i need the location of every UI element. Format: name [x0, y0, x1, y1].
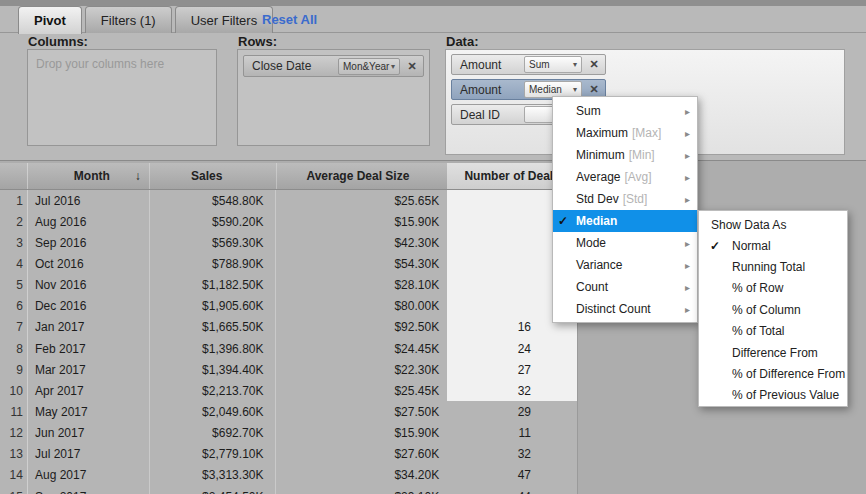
field-name: Amount	[452, 83, 524, 97]
number-of-deals-cell: 24	[447, 338, 577, 359]
menu-item-label: Std Dev	[576, 192, 619, 206]
show-data-as-option[interactable]: ✓ % of Row	[699, 278, 847, 299]
table-row[interactable]: 10 Apr 2017 $2,213.70K $25.45K 32	[0, 380, 577, 401]
row-number-cell: 11	[0, 401, 28, 422]
aggregation-menu-item[interactable]: ✓ Variance ▸	[553, 254, 697, 276]
month-cell: Jun 2017	[28, 423, 150, 444]
table-row[interactable]: 8 Feb 2017 $1,396.80K $24.45K 24	[0, 338, 577, 359]
table-row[interactable]: 12 Jun 2017 $692.70K $15.90K 11	[0, 423, 577, 444]
row-number-cell: 2	[0, 211, 28, 232]
tab[interactable]: User Filters	[175, 6, 273, 33]
tab[interactable]: Filters (1)	[85, 6, 172, 33]
tab-bar: Pivot Filters (1) User Filters	[18, 6, 273, 34]
remove-field-icon[interactable]: ✕	[586, 83, 602, 96]
avg-deal-size-cell: $28.10K	[276, 275, 447, 296]
table-row[interactable]: 14 Aug 2017 $3,313.30K $34.20K 47	[0, 465, 577, 486]
row-field-pill[interactable]: Close Date Mon&Year ▾ ✕	[243, 55, 424, 77]
avg-deal-size-cell: $27.50K	[276, 401, 447, 422]
show-data-as-option[interactable]: ✓ Difference From	[699, 342, 847, 363]
submenu-arrow-icon: ▸	[685, 128, 690, 139]
avg-deal-size-cell: $15.90K	[276, 211, 447, 232]
aggregation-menu-item[interactable]: ✓ Maximum [Max] ▸	[553, 122, 697, 144]
rows-dropzone[interactable]: Close Date Mon&Year ▾ ✕	[237, 49, 430, 146]
pivot-table: Month ↓ Sales Average Deal Size Number o…	[0, 163, 578, 494]
option-label: Running Total	[732, 260, 805, 274]
table-row[interactable]: 15 Sep 2017 $2,454.50K $29.10K 44	[0, 486, 577, 494]
reset-all-link[interactable]: Reset All	[262, 12, 317, 27]
submenu-arrow-icon: ▸	[685, 172, 690, 183]
remove-field-icon[interactable]: ✕	[586, 58, 602, 71]
tab[interactable]: Pivot	[18, 6, 82, 34]
row-number-cell: 1	[0, 190, 28, 211]
aggregation-menu-item[interactable]: ✓ Median ▸	[553, 210, 697, 232]
columns-dropzone[interactable]: Drop your columns here	[27, 49, 217, 146]
sales-cell: $1,665.50K	[150, 317, 277, 338]
avg-deal-size-cell: $24.45K	[276, 338, 447, 359]
data-label: Data:	[446, 34, 479, 49]
option-label: Difference From	[732, 346, 818, 360]
aggregation-dropdown[interactable]: Sum ▾	[524, 56, 582, 73]
month-cell: Jan 2017	[28, 317, 150, 338]
avg-deal-size-cell: $54.30K	[276, 253, 447, 274]
aggregation-value: Sum	[529, 59, 550, 70]
column-header-avg-deal-size[interactable]: Average Deal Size	[277, 163, 448, 189]
month-cell: May 2017	[28, 401, 150, 422]
avg-deal-size-cell: $15.90K	[276, 423, 447, 444]
month-cell: Aug 2016	[28, 211, 150, 232]
aggregation-menu-item[interactable]: ✓ Mode ▸	[553, 232, 697, 254]
number-of-deals-cell: 32	[447, 444, 577, 465]
aggregation-menu-item[interactable]: ✓ Std Dev [Std] ▸	[553, 188, 697, 210]
table-row[interactable]: 9 Mar 2017 $1,394.40K $22.30K 27	[0, 359, 577, 380]
sales-cell: $1,396.80K	[150, 338, 277, 359]
option-label: % of Column	[732, 303, 801, 317]
show-data-as-option[interactable]: ✓ % of Total	[699, 321, 847, 342]
menu-item-shortcode: [Min]	[629, 148, 655, 162]
table-row[interactable]: 3 Sep 2016 $569.30K $42.30K	[0, 232, 577, 253]
aggregation-menu-item[interactable]: ✓ Count ▸	[553, 276, 697, 298]
sales-cell: $2,779.10K	[150, 444, 277, 465]
date-granularity-dropdown[interactable]: Mon&Year ▾	[338, 58, 400, 75]
submenu-arrow-icon: ▸	[685, 194, 690, 205]
show-data-as-option[interactable]: ✓ % of Previous Value	[699, 385, 847, 406]
row-number-cell: 13	[0, 444, 28, 465]
show-data-as-option[interactable]: ✓ Running Total	[699, 256, 847, 277]
show-data-as-option[interactable]: ✓ % of Difference From	[699, 363, 847, 384]
option-label: % of Difference From	[732, 367, 845, 381]
table-row[interactable]: 2 Aug 2016 $590.20K $15.90K	[0, 211, 577, 232]
table-row[interactable]: 13 Jul 2017 $2,779.10K $27.60K 32	[0, 444, 577, 465]
month-cell: Apr 2017	[28, 380, 150, 401]
row-number-cell: 15	[0, 486, 28, 494]
header-label: Number of Deals	[464, 169, 559, 183]
menu-item-label: Count	[576, 280, 608, 294]
table-row[interactable]: 7 Jan 2017 $1,665.50K $92.50K 16	[0, 317, 577, 338]
aggregation-menu-item[interactable]: ✓ Minimum [Min] ▸	[553, 144, 697, 166]
data-field-pill[interactable]: Amount Sum ▾ ✕	[451, 54, 606, 75]
aggregation-menu-item[interactable]: ✓ Average [Avg] ▸	[553, 166, 697, 188]
month-cell: Oct 2016	[28, 253, 150, 274]
aggregation-menu-item[interactable]: ✓ Distinct Count ▸	[553, 298, 697, 320]
header-label: Month	[74, 169, 110, 183]
tab-label: Pivot	[34, 13, 66, 28]
row-number-cell: 8	[0, 338, 28, 359]
granularity-value: Mon&Year	[343, 61, 389, 72]
submenu-header: Show Data As	[699, 214, 847, 235]
remove-field-icon[interactable]: ✕	[404, 60, 420, 73]
sales-cell: $1,905.60K	[150, 296, 277, 317]
table-row[interactable]: 11 May 2017 $2,049.60K $27.50K 29	[0, 401, 577, 422]
number-of-deals-cell: 47	[447, 465, 577, 486]
table-row[interactable]: 5 Nov 2016 $1,182.50K $28.10K	[0, 275, 577, 296]
checkmark-icon: ✓	[558, 214, 572, 228]
column-header-month[interactable]: Month ↓	[28, 163, 150, 189]
sort-desc-icon[interactable]: ↓	[135, 169, 141, 183]
menu-item-shortcode: [Std]	[623, 192, 648, 206]
show-data-as-option[interactable]: ✓ % of Column	[699, 299, 847, 320]
field-name: Deal ID	[452, 108, 524, 122]
aggregation-menu-item[interactable]: ✓ Sum ▸	[553, 100, 697, 122]
table-row[interactable]: 1 Jul 2016 $548.80K $25.65K	[0, 190, 577, 211]
column-header-sales[interactable]: Sales	[150, 163, 277, 189]
table-row[interactable]: 4 Oct 2016 $788.90K $54.30K	[0, 253, 577, 274]
row-number-cell: 12	[0, 423, 28, 444]
table-row[interactable]: 6 Dec 2016 $1,905.60K $80.00K	[0, 296, 577, 317]
show-data-as-option[interactable]: ✓ Normal	[699, 235, 847, 256]
checkmark-icon: ✓	[710, 239, 724, 253]
